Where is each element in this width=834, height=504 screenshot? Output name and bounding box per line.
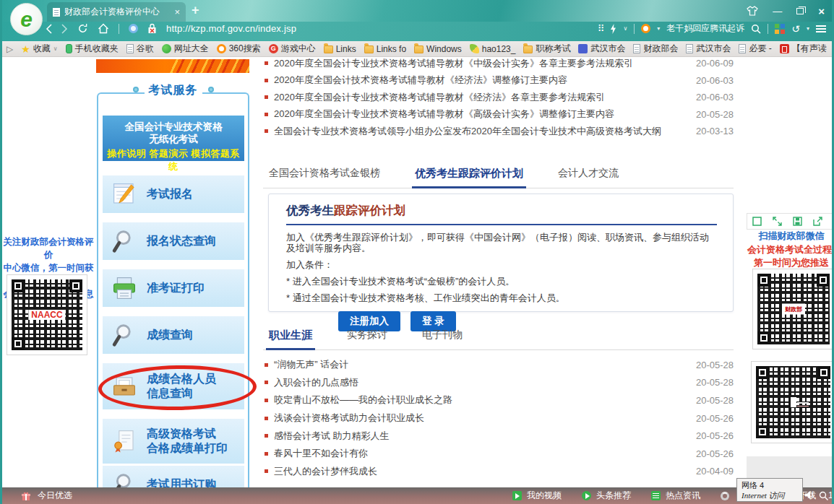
save-icon[interactable] [793,217,802,226]
tab-practice-discussion[interactable]: 实务探讨 [347,329,387,342]
bookmark-item[interactable]: 谷歌 [126,43,154,55]
news-item[interactable]: 2020年度全国会计技术资格考试辅导教材《经济法》调整修订主要内容20-06-0… [263,72,734,90]
drag-grid-icon[interactable]: ⠿ [598,23,604,34]
news-title[interactable]: 2020年度全国会计专业技术资格考试辅导教材《经济法》各章主要参考法规索引 [274,91,689,104]
article-item[interactable]: 咬定青山不放松——我的会计职业成长之路20-05-28 [263,391,734,409]
bookmark-item[interactable]: 武汉市会 [578,43,625,55]
news-title[interactable]: 2020年度全国会计技术资格考试辅导教材《经济法》调整修订主要内容 [274,74,689,87]
article-title[interactable]: 春风十里不如会计有你 [274,447,689,460]
article-title[interactable]: “润物无声” 话会计 [274,358,689,371]
panel-conditions-label: 加入条件： [286,259,717,270]
article-title[interactable]: 浅谈会计资格考试助力会计职业成长 [274,412,689,425]
lock-broken-icon[interactable] [147,23,157,34]
bullet-icon [265,381,268,384]
sidebar-item-label: 报名状态查询 [147,234,216,248]
tab-e-publications[interactable]: 电子刊物 [422,329,463,342]
skin-icon[interactable] [747,6,758,16]
tab-close-icon[interactable]: × [174,6,180,17]
close-button[interactable]: × [818,5,825,17]
home-button[interactable] [98,23,109,34]
bookmark-item[interactable]: 网址大全 [162,43,209,55]
browser-logo-icon[interactable]: e [10,3,43,35]
apps-grid-icon[interactable] [775,24,785,34]
bookmark-item[interactable]: 职称考试 [523,43,570,55]
tab-career[interactable]: 职业生涯 [269,329,312,342]
article-title[interactable]: 入职会计的几点感悟 [274,376,689,389]
zoom-search-icon[interactable] [819,491,828,500]
search-engine-icon[interactable] [641,24,650,33]
favorites-button[interactable]: ★ 收藏 ∨ [21,43,57,55]
sidebar-item-admission-ticket-print[interactable]: 准考证打印 [103,269,244,307]
headlines-button[interactable]: 头条推荐 [596,490,631,502]
article-item[interactable]: 春风十里不如会计有你20-05-26 [263,445,734,463]
banner-links[interactable]: 操作说明 答题演示 模拟答题系统 [103,147,244,173]
bookmark-item[interactable]: 【有声读 [780,43,827,55]
bookmark-item[interactable]: hao123_ [470,44,516,54]
bookmark-item[interactable]: 武汉市会 [686,43,731,55]
bookmark-item[interactable]: Links fo [364,44,406,54]
bookmark-item[interactable]: Links [324,44,356,54]
news-item[interactable]: 全国会计专业技术资格考试领导小组办公室发布2020年全国会计专业技术中高级资格考… [263,123,734,140]
speaker-icon[interactable] [804,490,814,500]
tab-talent-exchange[interactable]: 会计人才交流 [558,167,619,181]
news-title[interactable]: 全国会计专业技术资格考试领导小组办公室发布2020年全国会计专业技术中高级资格考… [274,125,689,138]
forward-button[interactable] [61,24,68,34]
sidebar-item-exam-book-order[interactable]: 考试用书订购 [103,466,244,487]
article-title[interactable]: 咬定青山不放松——我的会计职业成长之路 [274,394,689,407]
speed-ball-icon[interactable] [721,492,729,500]
sidebar-item-exam-registration[interactable]: 考试报名 [103,175,244,213]
browser-tab[interactable]: 财政部会计资格评价中心 × [47,2,186,22]
chevron-down-icon[interactable]: ▾ [657,25,660,32]
bookmark-item[interactable]: 财政部会 [633,43,678,55]
minimize-button[interactable]: — [773,6,782,17]
chevron-down-icon[interactable]: ∨ [623,25,627,32]
article-item[interactable]: 三代人的会计梦伴我成长20-04-09 [263,463,734,481]
sidebar-banner-image[interactable] [96,59,249,73]
hot-search-text[interactable]: 老干妈回应腾讯起诉 [666,22,744,35]
screenshot-icon[interactable] [752,217,762,226]
article-title[interactable]: 三代人的会计梦伴我成长 [274,465,689,478]
bookmark-item[interactable]: 360搜索 [217,43,261,55]
news-item[interactable]: 2020年度全国会计专业技术资格考试辅导教材《中级会计实务》各章主要参考法规索引… [263,57,734,72]
new-tab-button[interactable]: + [192,3,199,18]
bookmark-item[interactable]: 必要 - [739,43,771,55]
article-item[interactable]: 感悟会计考试 助力精彩人生20-05-26 [263,427,734,445]
article-item[interactable]: 浅谈会计资格考试助力会计职业成长20-05-26 [263,409,734,427]
hotspots-button[interactable]: 热点资讯 [666,490,700,502]
search-icon[interactable] [751,24,761,34]
bookmark-item[interactable]: 手机收藏夹 [66,43,119,55]
news-item[interactable]: 2020年度全国会计专业技术资格考试辅导教材《高级会计实务》调整修订主要内容20… [263,106,734,123]
sidebar-item-registration-status[interactable]: 报名状态查询 [103,222,244,260]
lightning-icon[interactable] [610,24,616,34]
bookmarks-expander-icon[interactable]: ▷ [7,44,13,54]
refresh-button[interactable] [77,23,88,34]
tab-outstanding-candidates[interactable]: 优秀考生跟踪评价计划 [415,167,523,181]
article-title[interactable]: 感悟会计考试 助力精彩人生 [274,430,689,443]
news-title[interactable]: 2020年度全国会计专业技术资格考试辅导教材《中级会计实务》各章主要参考法规索引 [274,57,689,70]
site-icon[interactable] [129,24,138,33]
bookmark-item[interactable]: 游戏中心 [269,43,316,55]
share-icon[interactable] [813,217,822,226]
bookmark-item[interactable]: Windows [414,44,462,54]
network-name: 网络 4 [741,480,798,490]
url-text[interactable]: http://kzp.mof.gov.cn/index.jsp [166,23,296,34]
expand-arrows-icon[interactable] [773,217,782,226]
news-title[interactable]: 2020年度全国会计专业技术资格考试辅导教材《高级会计实务》调整修订主要内容 [274,108,689,121]
my-videos-button[interactable]: 我的视频 [527,490,562,502]
chevron-down-icon[interactable]: ▾ [807,25,809,32]
exam-services-title: 考试服务 [145,83,202,98]
tab-gold-silver-list[interactable]: 全国会计资格考试金银榜 [269,167,380,181]
news-item[interactable]: 2020年度全国会计专业技术资格考试辅导教材《经济法》各章主要参考法规索引20-… [263,89,734,106]
featured-today[interactable]: 今日优选 [21,487,72,504]
article-item[interactable]: “润物无声” 话会计20-05-28 [263,356,734,374]
menu-icon[interactable] [816,25,826,32]
undo-icon[interactable]: ↺ [791,23,800,35]
article-item[interactable]: 入职会计的几点感悟20-05-28 [263,374,734,392]
panel-title: 优秀考生跟踪评价计划 [286,203,717,219]
restore-button[interactable] [796,8,804,14]
sidebar-item-advanced-score-report-print[interactable]: 高级资格考试合格成绩单打印 [103,419,244,464]
back-button[interactable] [46,24,52,34]
paperless-exam-banner[interactable]: 全国会计专业技术资格 无纸化考试 操作说明 答题演示 模拟答题系统 [103,116,244,161]
sidebar-item-score-inquiry[interactable]: 成绩查询 [103,316,244,354]
zoom-level[interactable]: 110 [828,490,834,500]
